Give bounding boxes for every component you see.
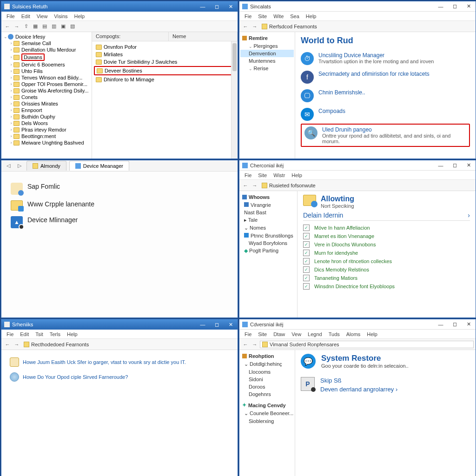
menu-item[interactable]: Legnd xyxy=(304,331,325,338)
control-panel-item[interactable]: ⏱Uncsliling Duvice ManagerTrvartstion up… xyxy=(301,49,470,68)
nav-item[interactable]: ⌄ Counele Beoneer... xyxy=(240,410,294,417)
tool-icon[interactable]: ▤ xyxy=(40,22,49,31)
tree-item[interactable]: ›Opper TOI Proses Bernonir... xyxy=(2,81,91,87)
tree-item[interactable]: ›Plras irtevy Remdor xyxy=(2,126,91,133)
help-question[interactable]: Howe Do Your Opod ciple Sirved Farneroud… xyxy=(8,370,231,384)
maximize-button[interactable]: ◻ xyxy=(210,320,224,329)
nav-item[interactable]: ⌄ Plerginges xyxy=(240,42,294,50)
list-item[interactable]: Mirliates xyxy=(94,51,236,58)
close-button[interactable]: ✕ xyxy=(462,2,476,11)
question-link[interactable]: Howe Do Your Opod ciple Sirved Farneroud… xyxy=(23,374,128,380)
settings-link[interactable]: ✓Tananeting Matiors xyxy=(303,274,470,282)
settings-link[interactable]: ✓Lenote hron of ritncetion colleckes xyxy=(303,257,470,265)
address-bar[interactable]: Rusieted fofsonwute xyxy=(260,183,474,188)
menu-item[interactable]: Fie xyxy=(3,331,17,338)
settings-link[interactable]: ✓Dics Memobty Relstinos xyxy=(303,265,470,274)
tree-item[interactable]: ›Uhto Filis xyxy=(2,68,91,74)
nav-item[interactable]: Sioblerxing xyxy=(240,417,294,425)
menu-item[interactable]: Site xyxy=(255,331,270,338)
tree-item[interactable]: ›Conets xyxy=(2,94,91,100)
menu-item[interactable]: Terls xyxy=(46,331,64,338)
list-item[interactable]: Dovie Tur Sinbilidiny J Swulches xyxy=(94,58,236,66)
tree-item[interactable]: ›Meiware Unghting Bashved xyxy=(2,139,91,146)
question-link[interactable]: Howe Juum Easith Uck Sfer io garger, vta… xyxy=(23,359,186,365)
forward-button[interactable]: → xyxy=(13,340,21,349)
address-bar[interactable]: Vimanal Suderd Ronpfensares xyxy=(260,341,474,348)
close-button[interactable]: ✕ xyxy=(224,320,238,329)
settings-link[interactable]: ✓Móve In hann Affeliacion xyxy=(303,224,470,232)
close-button[interactable]: ✕ xyxy=(462,161,476,170)
link-skip[interactable]: Skip Sß xyxy=(320,377,397,384)
list-item[interactable]: Www Crpple lanenante xyxy=(11,198,228,213)
menu-item[interactable]: Dtaw xyxy=(270,331,288,338)
nav-item[interactable]: Wyad Boryfolons xyxy=(240,239,296,247)
nav-item[interactable]: Dogehnrs xyxy=(240,390,294,398)
address-bar[interactable]: Rerfsdcod Fearnonts xyxy=(260,24,474,29)
nav-item[interactable]: Sidoni xyxy=(240,376,294,383)
minimize-button[interactable]: — xyxy=(196,320,210,329)
menu-item[interactable]: Site xyxy=(255,172,270,179)
address-bar[interactable]: Recthodedoed Fearnonts xyxy=(22,342,236,347)
menu-help[interactable]: Help xyxy=(71,13,88,20)
tree-item[interactable]: ›Dels Woors xyxy=(2,120,91,126)
back-button[interactable]: ◁ xyxy=(4,162,13,170)
tree-item[interactable]: ›Denillation Ullu Merdour xyxy=(2,46,91,53)
nav-item[interactable]: ⌄ Rerise xyxy=(240,65,294,72)
up-button[interactable]: ⇧ xyxy=(22,22,30,31)
forward-button[interactable]: → xyxy=(251,181,259,190)
close-button[interactable]: ✕ xyxy=(462,320,476,329)
col-compogts[interactable]: Compogts: xyxy=(92,32,169,41)
nav-item[interactable]: ▸ Tale xyxy=(240,216,296,224)
minimize-button[interactable]: — xyxy=(434,2,448,11)
tool-icon[interactable]: ▦ xyxy=(31,22,40,31)
list-item[interactable]: Onvnfon Pofor xyxy=(94,43,236,51)
list-item[interactable]: Dhinfore to M Mirnage xyxy=(94,76,236,83)
menu-item[interactable]: Fie xyxy=(241,172,255,179)
help-question[interactable]: Howe Juum Easith Uck Sfer io garger, vta… xyxy=(8,355,231,370)
menu-item[interactable]: Fie xyxy=(241,13,255,20)
titlebar[interactable]: Srheniiks — ◻ ✕ xyxy=(1,319,238,330)
tree-item[interactable]: ›Buthidn Ouphy xyxy=(2,113,91,120)
back-button[interactable]: ← xyxy=(241,340,250,349)
tree-item[interactable]: ›Beottingn:ment xyxy=(2,133,91,139)
close-button[interactable]: ✕ xyxy=(224,2,238,11)
control-panel-item[interactable]: ✉Compoads xyxy=(301,105,470,124)
nav-item[interactable]: Llocooms xyxy=(240,368,294,376)
tool-icon[interactable]: ▣ xyxy=(59,22,67,31)
back-button[interactable]: ← xyxy=(241,22,250,31)
tree-root[interactable]: ⌄Dooice Irfesy xyxy=(2,33,91,40)
link-driver[interactable]: Deven derrland angrolarrey › xyxy=(320,386,397,393)
column-headers[interactable]: Compogts: Neme xyxy=(92,32,238,41)
menu-item[interactable]: Tuds xyxy=(325,331,343,338)
control-panel-item[interactable]: 🖵Chnin Bemrishsle.. xyxy=(301,86,470,105)
nav-item-selected[interactable]: Demvention xyxy=(240,50,294,57)
control-panel-item[interactable]: 🔍Uled Drunih pangeoOnttre your rpond ad … xyxy=(301,124,470,147)
back-button[interactable]: ← xyxy=(3,340,12,349)
section-heading[interactable]: Delain Idernin› xyxy=(303,209,470,220)
forward-button[interactable]: → xyxy=(13,22,21,31)
tool-icon[interactable]: ▥ xyxy=(50,22,58,31)
menu-edit[interactable]: Edit xyxy=(18,13,33,20)
nav-item[interactable]: ◆ Poglt Parting xyxy=(240,247,296,255)
titlebar[interactable]: Cherconial ikéj — ◻ ✕ xyxy=(239,160,476,171)
menu-view[interactable]: View xyxy=(33,13,51,20)
tree-item[interactable]: ›Ennpoort xyxy=(2,107,91,113)
tree-item[interactable]: ›Orissies Mirates xyxy=(2,100,91,107)
tree-item[interactable]: ›Duwans xyxy=(2,53,91,61)
menu-item[interactable]: Sea xyxy=(287,13,303,20)
tree-item[interactable]: ›Tenves Winson ead Biidy... xyxy=(2,74,91,81)
menu-item[interactable]: Help xyxy=(64,331,81,338)
tree-item[interactable]: ›Groise Wis Areforcting Dsily... xyxy=(2,87,91,94)
scrollbar[interactable] xyxy=(231,41,238,159)
nav-item[interactable]: Virangrie xyxy=(240,201,296,209)
forward-button[interactable]: → xyxy=(251,22,259,31)
minimize-button[interactable]: — xyxy=(196,2,210,11)
minimize-button[interactable]: — xyxy=(434,320,448,329)
menu-item[interactable]: Wistr xyxy=(270,172,288,179)
forward-button[interactable]: → xyxy=(251,340,259,349)
maximize-button[interactable]: ◻ xyxy=(448,2,462,11)
nav-item[interactable]: ⌄ Dotdlgi:hehinç xyxy=(240,360,294,368)
settings-link[interactable]: ✓Marret es ition Vnenanage xyxy=(303,232,470,240)
titlebar[interactable]: Sincalats — ◻ ✕ xyxy=(239,1,476,12)
menu-item[interactable]: Aloms xyxy=(343,331,364,338)
